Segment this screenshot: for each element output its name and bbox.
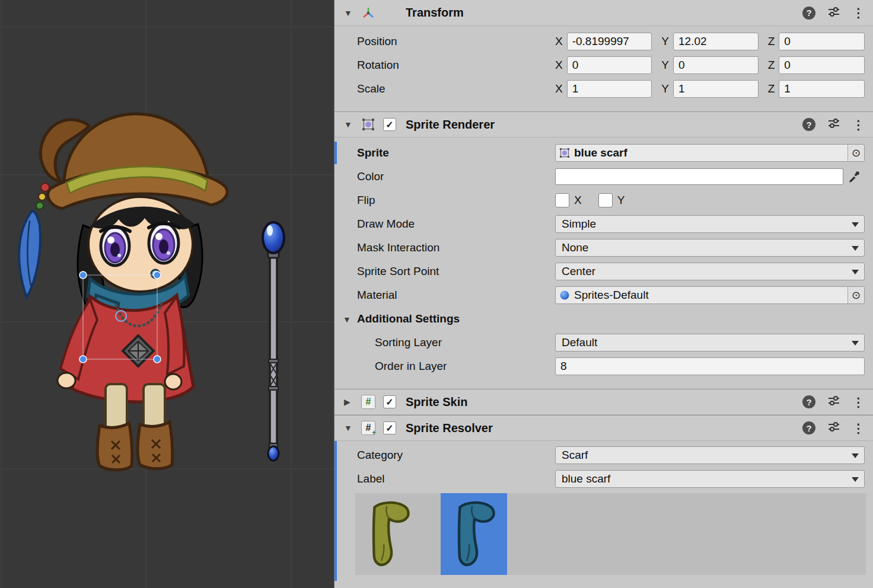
object-picker-icon[interactable]: ⊙ [847,145,864,161]
axis-x-label: X [555,82,563,95]
staff-sprite[interactable] [263,222,284,461]
sprite-skin-title: Sprite Skin [406,395,467,409]
presets-icon[interactable] [827,5,840,21]
category-label: Category [357,449,555,462]
sprite-row: Sprite blue scarf ⊙ [334,141,873,165]
position-label: Position [357,35,555,48]
help-icon[interactable]: ? [802,421,815,434]
draw-mode-dropdown[interactable]: Simple [555,215,865,233]
axis-z-label: Z [768,82,775,95]
chevron-down-icon [852,453,859,458]
component-enabled-checkbox[interactable]: ✓ [383,421,396,434]
flip-x-checkbox[interactable] [555,193,569,207]
order-in-layer-label: Order in Layer [357,360,555,373]
sprite-resolver-header[interactable]: ▼ #+ ✓ Sprite Resolver ? ⋮ [334,415,873,441]
sorting-layer-dropdown[interactable]: Default [555,334,865,351]
axis-z-label: Z [768,35,775,48]
axis-y-label: Y [661,35,669,48]
flip-label: Flip [357,194,555,207]
chevron-down-icon [852,270,859,274]
corner-handle-bottom-right[interactable] [154,356,161,363]
component-enabled-checkbox[interactable]: ✓ [383,395,396,408]
sprite-object-name: blue scarf [574,146,627,159]
mask-interaction-label: Mask Interaction [357,241,555,254]
sprite-object-field[interactable]: blue scarf ⊙ [555,144,865,162]
position-z-field[interactable] [779,33,865,50]
label-dropdown[interactable]: blue scarf [555,470,865,488]
corner-handle-bottom-left[interactable] [79,356,87,363]
sprite-thumbnail-icon [559,147,571,159]
corner-handle-top-right[interactable] [154,271,161,279]
order-in-layer-field[interactable] [555,357,865,375]
foldout-open-icon[interactable]: ▼ [343,315,351,324]
inspector-panel: ▼ Transform ? [334,0,873,588]
flip-y-checkbox[interactable] [598,193,613,207]
help-icon[interactable]: ? [802,395,815,408]
sprite-label: Sprite [357,146,555,159]
kebab-menu-icon[interactable]: ⋮ [852,422,865,434]
rotation-row: Rotation X Y Z [334,53,873,77]
color-row: Color [334,165,873,188]
component-enabled-checkbox[interactable]: ✓ [383,118,396,131]
presets-icon[interactable] [827,394,840,410]
label-row: Label blue scarf [334,467,873,491]
rotation-label: Rotation [357,59,555,72]
scale-label: Scale [357,82,555,95]
kebab-menu-icon[interactable]: ⋮ [852,119,865,131]
foldout-open-icon[interactable]: ▼ [344,423,356,433]
sprite-sort-point-row: Sprite Sort Point Center [334,260,873,283]
scale-x-field[interactable] [567,80,652,98]
scale-z-field[interactable] [779,80,865,98]
category-row: Category Scarf [334,443,873,467]
transform-icon [361,5,376,21]
sprite-variant-blue-scarf-selected[interactable] [441,493,507,575]
mask-interaction-dropdown[interactable]: None [555,239,865,257]
label-label: Label [357,472,555,485]
transform-header[interactable]: ▼ Transform ? [334,0,873,26]
character-sprite[interactable] [19,114,227,470]
kebab-menu-icon[interactable]: ⋮ [852,7,865,19]
eyedropper-icon[interactable] [843,168,865,186]
presets-icon[interactable] [827,420,840,436]
material-object-field[interactable]: Sprites-Default ⊙ [555,286,865,304]
color-swatch[interactable] [555,168,843,185]
object-picker-icon[interactable]: ⊙ [847,287,864,303]
unity-editor: ▼ Transform ? [0,0,873,588]
axis-z-label: Z [768,59,775,72]
sprite-renderer-body: Sprite blue scarf ⊙ [334,138,873,382]
sprite-variant-green-scarf[interactable] [355,493,422,575]
corner-handle-top-left[interactable] [79,271,87,279]
additional-settings-label: Additional Settings [357,312,555,325]
category-dropdown[interactable]: Scarf [555,446,865,464]
sprite-resolver-body: Category Scarf Label blue scarf [334,441,873,581]
rotation-y-field[interactable] [673,56,759,74]
chevron-down-icon [852,341,859,346]
kebab-menu-icon[interactable]: ⋮ [852,396,865,408]
additional-settings-row[interactable]: ▼ Additional Settings [334,307,873,331]
foldout-closed-icon[interactable]: ▶ [344,397,356,407]
help-icon[interactable]: ? [802,118,815,131]
rotation-x-field[interactable] [567,56,652,74]
sprite-skin-header[interactable]: ▶ # ✓ Sprite Skin ? ⋮ [334,389,873,415]
chevron-down-icon [852,222,859,227]
flip-y-label: Y [617,194,625,207]
foldout-open-icon[interactable]: ▼ [344,120,356,129]
mask-interaction-row: Mask Interaction None [334,236,873,260]
draw-mode-value: Simple [562,218,596,231]
material-sphere-icon [559,289,571,301]
chevron-down-icon [852,477,859,482]
scale-y-field[interactable] [673,80,759,98]
sprite-renderer-header[interactable]: ▼ ✓ Sprite Renderer ? [334,111,873,138]
scene-view[interactable] [0,0,334,588]
position-y-field[interactable] [673,33,759,50]
help-icon[interactable]: ? [802,7,815,20]
sprite-sort-point-dropdown[interactable]: Center [555,263,865,280]
sorting-layer-row: Sorting Layer Default [334,331,873,354]
position-x-field[interactable] [567,33,652,50]
transform-title: Transform [406,6,464,20]
material-object-name: Sprites-Default [574,289,649,302]
rotation-z-field[interactable] [779,56,865,74]
foldout-open-icon[interactable]: ▼ [344,8,356,18]
presets-icon[interactable] [827,117,840,132]
position-row: Position X Y Z [334,30,873,53]
